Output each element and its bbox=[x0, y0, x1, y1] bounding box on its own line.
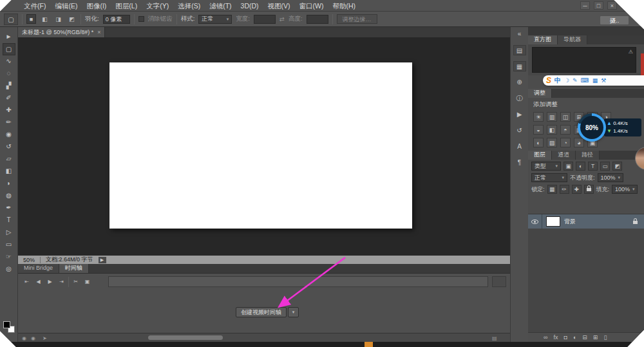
loop-icon[interactable]: ◉ bbox=[22, 335, 26, 341]
healing-brush-tool[interactable]: ✚ bbox=[3, 104, 15, 117]
sogou-logo-icon[interactable]: S bbox=[546, 76, 551, 85]
collapse-dock-icon[interactable]: « bbox=[513, 29, 526, 39]
flow-arrow-icon[interactable]: ➤ bbox=[43, 335, 47, 341]
tab-channels[interactable]: 通道 bbox=[552, 151, 576, 160]
lock-all-icon[interactable] bbox=[584, 185, 594, 194]
first-frame-icon[interactable]: ⇤ bbox=[22, 277, 32, 286]
canvas-pasteboard[interactable] bbox=[18, 37, 510, 256]
menu-help[interactable]: 帮助(H) bbox=[328, 0, 361, 12]
blend-mode-select[interactable]: 正常 ▾ bbox=[531, 173, 567, 182]
quick-selection-tool[interactable]: ◌ bbox=[3, 68, 15, 80]
curves-icon[interactable]: ◫ bbox=[560, 112, 571, 122]
layer-thumbnail[interactable] bbox=[546, 216, 560, 227]
add-layer-mask-icon[interactable]: ◘ bbox=[564, 333, 567, 342]
timeline-track-end[interactable] bbox=[492, 276, 506, 287]
lock-image-icon[interactable]: ✏ bbox=[560, 185, 569, 194]
zoom-tool[interactable]: ◎ bbox=[3, 263, 15, 276]
menu-type[interactable]: 文字(Y) bbox=[142, 0, 173, 12]
menu-3d[interactable]: 3D(D) bbox=[236, 0, 263, 12]
style-select[interactable]: 正常 ▾ bbox=[198, 15, 232, 24]
menu-filter[interactable]: 滤镜(T) bbox=[205, 0, 236, 12]
menu-window[interactable]: 窗口(W) bbox=[295, 0, 328, 12]
eraser-tool[interactable]: ▱ bbox=[3, 153, 15, 165]
pen-tool[interactable]: ✒ bbox=[3, 202, 15, 214]
move-tool[interactable]: ► bbox=[3, 31, 15, 43]
new-group-icon[interactable]: ⊟ bbox=[582, 333, 587, 342]
subtract-selection-icon[interactable]: ◨ bbox=[53, 14, 63, 24]
history-brush-tool[interactable]: ↺ bbox=[3, 141, 15, 153]
properties-panel-icon[interactable]: ▤ bbox=[513, 45, 526, 55]
selective-color-icon[interactable]: ◕ bbox=[574, 138, 584, 147]
repeat-icon[interactable]: ◉ bbox=[31, 335, 35, 341]
marquee-tool[interactable]: ▢ bbox=[3, 43, 15, 55]
hand-tool[interactable]: ☞ bbox=[3, 251, 15, 263]
layer-row-background[interactable]: 背景 bbox=[528, 214, 644, 229]
zoom-level[interactable]: 50% bbox=[23, 257, 35, 263]
layers-list[interactable]: 背景 bbox=[528, 214, 644, 332]
paragraph-panel-icon[interactable]: ¶ bbox=[513, 158, 526, 168]
invert-icon[interactable]: ◐ bbox=[533, 138, 544, 147]
photo-filter-icon[interactable]: ◓ bbox=[560, 125, 571, 135]
timeline-track-area[interactable] bbox=[108, 276, 488, 287]
tab-layers[interactable]: 图层 bbox=[528, 151, 552, 160]
actions-panel-icon[interactable]: ▶ bbox=[513, 109, 526, 120]
new-adjustment-layer-icon[interactable]: ◐ bbox=[573, 333, 576, 342]
menu-image[interactable]: 图像(I) bbox=[82, 0, 111, 12]
gradient-tool[interactable]: ◧ bbox=[3, 165, 15, 178]
color-balance-icon[interactable]: ◒ bbox=[533, 125, 544, 135]
delete-layer-icon[interactable]: ▯ bbox=[603, 333, 607, 342]
horizontal-scrollbar-thumb[interactable] bbox=[148, 335, 223, 340]
dodge-tool[interactable]: ◍ bbox=[3, 190, 15, 202]
opacity-select[interactable]: 100% ▾ bbox=[598, 173, 623, 182]
history-panel-icon[interactable]: ↺ bbox=[513, 126, 526, 136]
link-layers-icon[interactable]: ∞ bbox=[544, 333, 547, 342]
restore-button[interactable]: □ bbox=[594, 1, 603, 10]
panel-corner-icon[interactable]: ▤ bbox=[492, 335, 497, 341]
screen-capture-button[interactable]: 摄.. bbox=[600, 15, 629, 25]
lock-transparency-icon[interactable]: ▦ bbox=[547, 185, 557, 194]
intersect-selection-icon[interactable]: ◩ bbox=[67, 14, 77, 24]
visibility-cell[interactable] bbox=[528, 214, 542, 229]
current-tool-icon[interactable]: ▢ bbox=[4, 14, 18, 25]
threshold-icon[interactable]: ◔ bbox=[560, 138, 571, 147]
menu-view[interactable]: 视图(V) bbox=[263, 0, 295, 12]
frame-icon[interactable]: ▣ bbox=[82, 277, 92, 286]
previous-frame-icon[interactable]: ◀ bbox=[33, 277, 43, 286]
filter-type-select[interactable]: 类型 ▾ bbox=[531, 162, 561, 171]
menu-file[interactable]: 文件(F) bbox=[19, 0, 50, 12]
filter-smart-objects-icon[interactable]: ◩ bbox=[612, 162, 622, 171]
tab-mini-bridge[interactable]: Mini Bridge bbox=[18, 264, 59, 273]
play-icon[interactable]: ▶ bbox=[45, 277, 55, 286]
moon-icon[interactable]: ☽ bbox=[564, 77, 569, 84]
new-selection-icon[interactable]: ■ bbox=[26, 14, 36, 24]
character-panel-icon[interactable]: A bbox=[513, 142, 526, 152]
document-canvas[interactable] bbox=[109, 62, 412, 229]
close-button[interactable]: × bbox=[607, 1, 617, 10]
swatches-panel-icon[interactable]: ▦ bbox=[513, 61, 526, 71]
shape-tool[interactable]: ▭ bbox=[3, 239, 15, 251]
lock-position-icon[interactable]: ✚ bbox=[572, 185, 582, 194]
add-selection-icon[interactable]: ◧ bbox=[40, 14, 50, 24]
pen-icon[interactable]: ✎ bbox=[573, 77, 578, 84]
filter-shape-layers-icon[interactable]: ▭ bbox=[600, 162, 610, 171]
network-speed-ball[interactable]: 80% bbox=[578, 113, 606, 142]
brush-tool[interactable]: ✏ bbox=[3, 117, 15, 129]
tab-histogram[interactable]: 直方图 bbox=[528, 35, 558, 44]
clone-stamp-tool[interactable]: ◉ bbox=[3, 129, 15, 141]
feather-input[interactable]: 0 像素 bbox=[103, 15, 130, 24]
filter-adjustment-layers-icon[interactable]: ◐ bbox=[576, 162, 585, 171]
layer-style-icon[interactable]: fx bbox=[553, 333, 558, 342]
status-popup-icon[interactable]: ▶ bbox=[99, 257, 106, 263]
minimize-button[interactable]: ─ bbox=[580, 1, 590, 10]
tab-timeline[interactable]: 时间轴 bbox=[59, 264, 89, 273]
width-input[interactable] bbox=[254, 15, 276, 24]
ime-language-toggle[interactable]: 中 bbox=[554, 76, 561, 85]
brightness-contrast-icon[interactable]: ☀ bbox=[533, 112, 544, 122]
height-input[interactable] bbox=[307, 15, 328, 24]
info-panel-icon[interactable]: ⓘ bbox=[513, 93, 526, 104]
crop-tool[interactable]: ▞ bbox=[3, 80, 15, 92]
create-timeline-dropdown[interactable]: ▾ bbox=[288, 307, 299, 317]
posterize-icon[interactable]: ▨ bbox=[547, 138, 557, 147]
document-tab[interactable]: 未标题-1 @ 50%(RGB/8#) * × bbox=[18, 27, 105, 37]
black-white-icon[interactable]: ◧ bbox=[547, 125, 557, 135]
